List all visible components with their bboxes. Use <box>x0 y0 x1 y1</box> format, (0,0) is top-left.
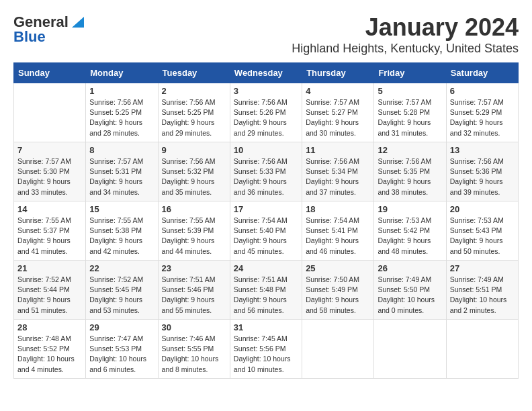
daylight-minutes: and 50 minutes. <box>450 246 515 257</box>
col-friday: Friday <box>374 63 446 83</box>
daylight-minutes: and 36 minutes. <box>234 187 298 197</box>
calendar-cell: 10Sunrise: 7:56 AMSunset: 5:33 PMDayligh… <box>230 142 302 201</box>
daylight-minutes: and 6 minutes. <box>89 365 154 375</box>
daylight-minutes: and 30 minutes. <box>306 128 370 138</box>
sunset-text: Sunset: 5:33 PM <box>234 167 298 177</box>
calendar-cell: 12Sunrise: 7:56 AMSunset: 5:35 PMDayligh… <box>374 142 446 201</box>
day-number: 17 <box>234 204 298 214</box>
calendar-cell: 9Sunrise: 7:56 AMSunset: 5:32 PMDaylight… <box>158 142 230 201</box>
sunrise-text: Sunrise: 7:51 AM <box>234 275 298 285</box>
daylight-text: Daylight: 9 hours <box>89 118 154 128</box>
sunrise-text: Sunrise: 7:57 AM <box>17 156 82 167</box>
sunrise-text: Sunrise: 7:49 AM <box>378 275 442 285</box>
calendar-cell: 13Sunrise: 7:56 AMSunset: 5:36 PMDayligh… <box>446 142 518 201</box>
day-number: 9 <box>162 145 226 155</box>
daylight-minutes: and 31 minutes. <box>378 128 442 138</box>
sunrise-text: Sunrise: 7:47 AM <box>89 334 154 344</box>
sunrise-text: Sunrise: 7:53 AM <box>378 216 442 226</box>
sunset-text: Sunset: 5:51 PM <box>450 285 515 295</box>
sunset-text: Sunset: 5:49 PM <box>306 285 370 295</box>
daylight-text: Daylight: 9 hours <box>306 236 370 246</box>
calendar-week-4: 21Sunrise: 7:52 AMSunset: 5:44 PMDayligh… <box>14 261 519 320</box>
sunrise-text: Sunrise: 7:57 AM <box>306 97 370 107</box>
calendar-cell: 11Sunrise: 7:56 AMSunset: 5:34 PMDayligh… <box>302 142 374 201</box>
sunset-text: Sunset: 5:56 PM <box>234 344 298 354</box>
calendar-cell: 20Sunrise: 7:53 AMSunset: 5:43 PMDayligh… <box>446 201 518 261</box>
daylight-text: Daylight: 9 hours <box>162 177 226 187</box>
calendar-cell: 15Sunrise: 7:55 AMSunset: 5:38 PMDayligh… <box>86 201 158 261</box>
sunset-text: Sunset: 5:52 PM <box>17 344 82 354</box>
sunset-text: Sunset: 5:38 PM <box>89 226 154 236</box>
day-number: 14 <box>17 204 82 214</box>
calendar-cell: 8Sunrise: 7:57 AMSunset: 5:31 PMDaylight… <box>86 142 158 201</box>
calendar-cell: 28Sunrise: 7:48 AMSunset: 5:52 PMDayligh… <box>14 320 86 379</box>
sunrise-text: Sunrise: 7:55 AM <box>162 216 226 226</box>
calendar-cell: 27Sunrise: 7:49 AMSunset: 5:51 PMDayligh… <box>446 261 518 320</box>
daylight-text: Daylight: 9 hours <box>17 236 82 246</box>
daylight-minutes: and 48 minutes. <box>378 246 442 257</box>
day-number: 24 <box>234 263 298 273</box>
daylight-minutes: and 29 minutes. <box>162 128 226 138</box>
col-monday: Monday <box>86 63 158 83</box>
day-detail: Sunrise: 7:57 AMSunset: 5:29 PMDaylight:… <box>450 97 515 138</box>
calendar-cell: 24Sunrise: 7:51 AMSunset: 5:48 PMDayligh… <box>230 261 302 320</box>
daylight-minutes: and 39 minutes. <box>450 187 515 197</box>
sunrise-text: Sunrise: 7:53 AM <box>450 216 515 226</box>
daylight-minutes: and 4 minutes. <box>17 365 82 375</box>
daylight-text: Daylight: 9 hours <box>378 118 442 128</box>
day-detail: Sunrise: 7:54 AMSunset: 5:40 PMDaylight:… <box>234 216 298 257</box>
calendar-cell: 5Sunrise: 7:57 AMSunset: 5:28 PMDaylight… <box>374 83 446 142</box>
col-sunday: Sunday <box>14 63 86 83</box>
day-number: 8 <box>89 145 154 155</box>
calendar-week-1: 1Sunrise: 7:56 AMSunset: 5:25 PMDaylight… <box>14 83 519 142</box>
sunrise-text: Sunrise: 7:57 AM <box>378 97 442 107</box>
daylight-text: Daylight: 9 hours <box>234 177 298 187</box>
sunrise-text: Sunrise: 7:56 AM <box>162 156 226 167</box>
calendar-week-3: 14Sunrise: 7:55 AMSunset: 5:37 PMDayligh… <box>14 201 519 261</box>
calendar-week-5: 28Sunrise: 7:48 AMSunset: 5:52 PMDayligh… <box>14 320 519 379</box>
daylight-minutes: and 35 minutes. <box>162 187 226 197</box>
day-detail: Sunrise: 7:56 AMSunset: 5:32 PMDaylight:… <box>162 156 226 197</box>
daylight-text: Daylight: 10 hours <box>378 295 442 305</box>
daylight-minutes: and 38 minutes. <box>378 187 442 197</box>
day-number: 16 <box>162 204 226 214</box>
day-number: 10 <box>234 145 298 155</box>
sunrise-text: Sunrise: 7:56 AM <box>450 156 515 167</box>
calendar-cell: 25Sunrise: 7:50 AMSunset: 5:49 PMDayligh… <box>302 261 374 320</box>
sunrise-text: Sunrise: 7:52 AM <box>17 275 82 285</box>
day-detail: Sunrise: 7:57 AMSunset: 5:30 PMDaylight:… <box>17 156 82 197</box>
sunset-text: Sunset: 5:43 PM <box>450 226 515 236</box>
calendar-cell: 7Sunrise: 7:57 AMSunset: 5:30 PMDaylight… <box>14 142 86 201</box>
sunrise-text: Sunrise: 7:56 AM <box>378 156 442 167</box>
day-number: 30 <box>162 322 226 332</box>
daylight-minutes: and 8 minutes. <box>162 365 226 375</box>
daylight-text: Daylight: 10 hours <box>17 354 82 364</box>
daylight-minutes: and 29 minutes. <box>234 128 298 138</box>
daylight-minutes: and 58 minutes. <box>306 306 370 316</box>
day-number: 20 <box>450 204 515 214</box>
sunset-text: Sunset: 5:48 PM <box>234 285 298 295</box>
day-number: 1 <box>89 86 154 96</box>
day-number: 15 <box>89 204 154 214</box>
sunrise-text: Sunrise: 7:56 AM <box>234 156 298 167</box>
daylight-text: Daylight: 9 hours <box>450 236 515 246</box>
sunset-text: Sunset: 5:40 PM <box>234 226 298 236</box>
day-detail: Sunrise: 7:56 AMSunset: 5:25 PMDaylight:… <box>162 97 226 138</box>
sunrise-text: Sunrise: 7:46 AM <box>162 334 226 344</box>
daylight-text: Daylight: 9 hours <box>89 177 154 187</box>
calendar-cell: 29Sunrise: 7:47 AMSunset: 5:53 PMDayligh… <box>86 320 158 379</box>
day-detail: Sunrise: 7:57 AMSunset: 5:28 PMDaylight:… <box>378 97 442 138</box>
calendar-cell: 3Sunrise: 7:56 AMSunset: 5:26 PMDaylight… <box>230 83 302 142</box>
sunrise-text: Sunrise: 7:55 AM <box>17 216 82 226</box>
logo: General Blue <box>13 13 85 46</box>
day-number: 7 <box>17 145 82 155</box>
day-detail: Sunrise: 7:55 AMSunset: 5:38 PMDaylight:… <box>89 216 154 257</box>
daylight-text: Daylight: 9 hours <box>17 295 82 305</box>
sunset-text: Sunset: 5:39 PM <box>162 226 226 236</box>
location-title: Highland Heights, Kentucky, United State… <box>292 42 519 56</box>
daylight-text: Daylight: 9 hours <box>306 118 370 128</box>
sunset-text: Sunset: 5:31 PM <box>89 167 154 177</box>
day-detail: Sunrise: 7:51 AMSunset: 5:48 PMDaylight:… <box>234 275 298 316</box>
day-detail: Sunrise: 7:53 AMSunset: 5:43 PMDaylight:… <box>450 216 515 257</box>
daylight-text: Daylight: 10 hours <box>89 354 154 364</box>
